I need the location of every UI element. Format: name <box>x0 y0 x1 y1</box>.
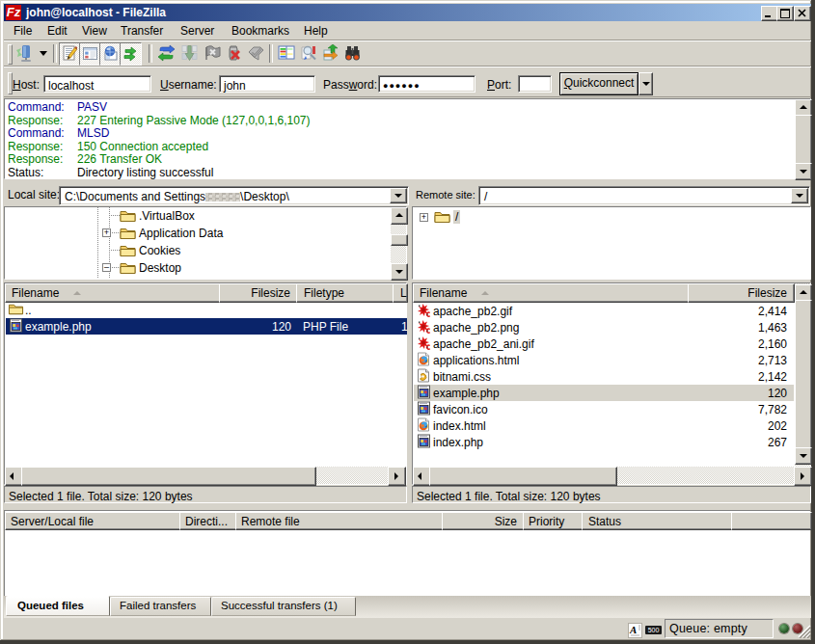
svg-text:A: A <box>629 624 637 635</box>
